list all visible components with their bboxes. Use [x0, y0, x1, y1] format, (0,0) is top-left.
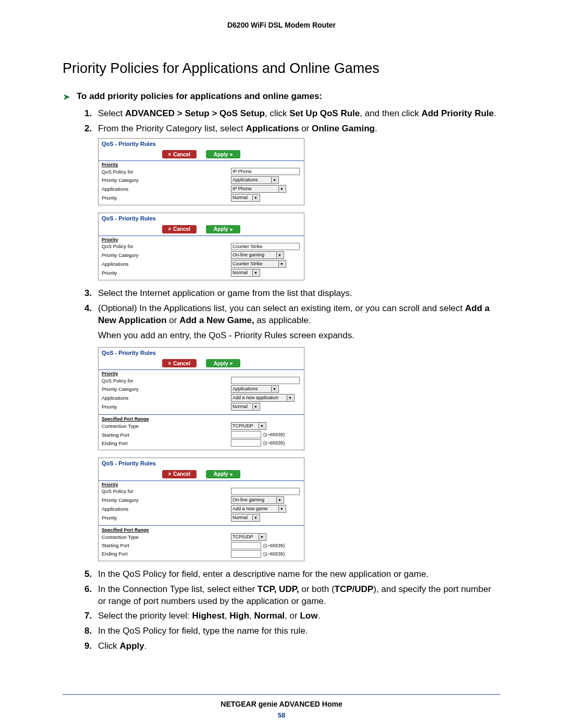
priority-select[interactable]: Normal▼ — [231, 269, 260, 277]
conn-type-select[interactable]: TCP/UDP▼ — [231, 422, 266, 430]
priority-select[interactable]: Normal▼ — [231, 403, 260, 411]
label-category: Priority Category — [102, 177, 231, 183]
t: Add a New Game, — [179, 315, 254, 325]
priority-select[interactable]: Normal▼ — [231, 194, 260, 202]
step-6-text: In the Connection Type list, select eith… — [98, 584, 491, 606]
priority-select[interactable]: Normal▼ — [231, 514, 260, 522]
step-8-text: In the QoS Policy for field, type the na… — [98, 626, 308, 636]
label-end-port: Ending Port — [102, 440, 231, 446]
footer-rule — [63, 694, 500, 695]
step-8: 8. In the QoS Policy for field, type the… — [84, 625, 500, 637]
step-5-text: In the QoS Policy for field, enter a des… — [98, 569, 429, 579]
applications-select[interactable]: Counter Strike▼ — [231, 260, 286, 268]
chevron-down-icon: ▼ — [287, 395, 293, 401]
label-apps: Applications — [102, 395, 231, 401]
chevron-down-icon: ▼ — [252, 404, 259, 410]
category-select[interactable]: On-line gaming▼ — [231, 251, 284, 259]
chevron-down-icon: ▼ — [252, 270, 259, 276]
chevron-down-icon: ▼ — [252, 195, 259, 201]
cancel-label: Cancel — [173, 471, 190, 477]
cancel-button[interactable]: ×Cancel — [162, 150, 197, 158]
t: Highest — [192, 611, 224, 621]
button-row: ×Cancel Apply▸ — [99, 357, 304, 370]
arrow-icon: ▸ — [230, 152, 233, 157]
chevron-down-icon: ▼ — [278, 506, 285, 512]
t: Applications — [246, 124, 299, 133]
category-select[interactable]: Applications▼ — [231, 176, 279, 184]
select-value: TCP/UDP — [232, 423, 253, 429]
policy-for-input[interactable] — [231, 377, 300, 384]
category-select[interactable]: On-line gaming▼ — [231, 496, 284, 504]
qos-screenshot-gaming: QoS - Priority Rules ×Cancel Apply▸ Prio… — [98, 213, 304, 280]
apply-button[interactable]: Apply▸ — [206, 470, 240, 478]
panel-title: QoS - Priority Rules — [99, 458, 304, 467]
applications-select[interactable]: IP Phone▼ — [231, 185, 286, 193]
chevron-down-icon: ▼ — [278, 261, 285, 267]
footer-page-number: 58 — [63, 711, 500, 719]
priority-subheader: Priority — [99, 482, 304, 487]
label-policy-for: QoS Policy for — [102, 488, 231, 494]
label-policy-for: QoS Policy for — [102, 378, 231, 384]
step-3-text: Select the Internet application or game … — [98, 288, 352, 298]
chevron-down-icon: ▼ — [252, 515, 259, 521]
apply-label: Apply — [214, 361, 228, 366]
close-icon: × — [168, 361, 171, 366]
policy-for-input[interactable] — [231, 488, 300, 495]
arrow-icon: ▸ — [230, 361, 233, 366]
step-9: 9. Click Apply. — [84, 640, 500, 652]
t: Add Priority Rule — [421, 108, 494, 118]
label-category: Priority Category — [102, 497, 231, 503]
t: . — [317, 611, 320, 621]
label-priority: Priority — [102, 270, 231, 276]
apply-label: Apply — [214, 152, 228, 157]
label-apps: Applications — [102, 506, 231, 512]
step-5: 5. In the QoS Policy for field, enter a … — [84, 569, 500, 581]
chevron-down-icon: ▼ — [271, 177, 277, 183]
label-priority: Priority — [102, 515, 231, 521]
apply-button[interactable]: Apply▸ — [206, 359, 240, 367]
label-conn-type: Connection Type — [102, 534, 231, 540]
label-policy-for: QoS Policy for — [102, 169, 231, 175]
t: TCP/UDP — [335, 584, 374, 594]
chevron-down-icon: ▼ — [259, 534, 265, 540]
cancel-button[interactable]: ×Cancel — [162, 225, 197, 233]
label-category: Priority Category — [102, 386, 231, 392]
apply-button[interactable]: Apply▸ — [206, 225, 240, 233]
step-4-subtext: When you add an entry, the QoS - Priorit… — [98, 330, 500, 342]
cancel-button[interactable]: ×Cancel — [162, 470, 197, 478]
applications-select[interactable]: Add a new game▼ — [231, 505, 286, 513]
start-port-input[interactable] — [231, 431, 261, 438]
label-end-port: Ending Port — [102, 551, 231, 557]
applications-select[interactable]: Add a new application▼ — [231, 394, 295, 402]
end-port-input[interactable] — [231, 439, 261, 447]
category-select[interactable]: Applications▼ — [231, 385, 279, 393]
cancel-button[interactable]: ×Cancel — [162, 359, 197, 367]
step-1: 1. Select ADVANCED > Setup > QoS Setup, … — [84, 108, 500, 120]
arrow-right-icon: ➤ — [63, 91, 70, 103]
end-port-input[interactable] — [231, 550, 261, 558]
arrow-icon: ▸ — [230, 227, 233, 232]
step-6: 6. In the Connection Type list, select e… — [84, 584, 500, 608]
port-hint: (1~65535) — [263, 440, 285, 446]
button-row: ×Cancel Apply▸ — [99, 223, 304, 236]
step-9-text: Click Apply. — [98, 641, 147, 651]
t: Click — [98, 641, 120, 651]
apply-button[interactable]: Apply▸ — [206, 150, 240, 158]
panel-title: QoS - Priority Rules — [99, 348, 304, 357]
t: as applicable. — [254, 315, 311, 325]
step-7: 7. Select the priority level: Highest, H… — [84, 610, 500, 622]
button-row: ×Cancel Apply▸ — [99, 148, 304, 161]
conn-type-select[interactable]: TCP/UDP▼ — [231, 533, 266, 541]
select-value: Applications — [232, 177, 258, 183]
t: or — [167, 315, 180, 325]
select-value: On-line gaming — [232, 252, 264, 258]
start-port-input[interactable] — [231, 542, 261, 549]
qos-screenshot-add-game: QoS - Priority Rules ×Cancel Apply▸ Prio… — [98, 458, 304, 561]
select-value: Normal — [232, 269, 248, 276]
cancel-label: Cancel — [173, 226, 190, 232]
t: In the Connection Type list, select eith… — [98, 584, 258, 594]
lead-text: To add priority policies for application… — [77, 91, 322, 102]
policy-for-input[interactable]: Counter Strike — [231, 243, 300, 250]
policy-for-input[interactable]: IP Phone — [231, 168, 300, 175]
chevron-down-icon: ▼ — [278, 186, 285, 192]
